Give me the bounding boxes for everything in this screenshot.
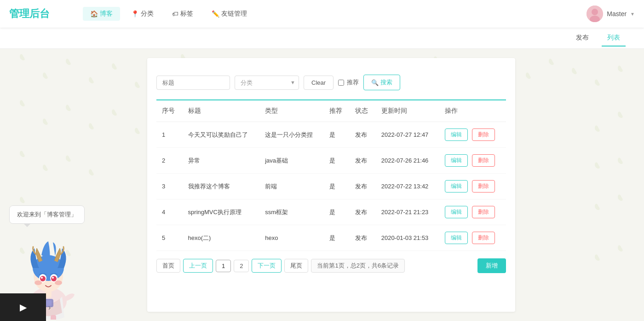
- col-id: 序号: [156, 100, 183, 122]
- page-info: 当前第1页，总2页，共6条记录: [311, 259, 405, 273]
- table-row: 3 我推荐这个博客 前端 是 发布 2022-07-22 13:42 编辑 删除: [156, 174, 506, 199]
- cell-recommend: 是: [324, 122, 350, 148]
- home-icon: 🏠: [90, 10, 98, 18]
- nav-label-blog: 博客: [100, 10, 113, 18]
- cell-actions: 编辑 删除: [439, 225, 506, 251]
- cell-status: 发布: [350, 199, 376, 225]
- edit-icon: ✏️: [212, 10, 219, 18]
- filter-bar: 分类 ▼ Clear 推荐 🔍 搜索: [156, 67, 506, 100]
- table-row: 1 今天又可以奖励自己了 这是一只小分类捏 是 发布 2022-07-27 12…: [156, 122, 506, 148]
- cell-title: 今天又可以奖励自己了: [183, 122, 260, 148]
- cell-title: 异常: [183, 148, 260, 174]
- edit-button[interactable]: 编辑: [445, 180, 468, 193]
- chevron-down-icon: ▼: [630, 12, 635, 17]
- cell-actions: 编辑 删除: [439, 122, 506, 148]
- delete-button[interactable]: 删除: [472, 206, 495, 218]
- svg-point-10: [40, 276, 46, 281]
- data-table: 序号 标题 类型 推荐 状态 更新时间 操作 1 今天又可以奖励自己了 这是一只…: [156, 100, 506, 251]
- tab-list[interactable]: 列表: [602, 30, 626, 47]
- delete-button[interactable]: 删除: [472, 128, 495, 141]
- clear-button[interactable]: Clear: [304, 76, 334, 90]
- cell-id: 2: [156, 148, 183, 174]
- cell-type: 前端: [259, 174, 323, 199]
- edit-button[interactable]: 编辑: [445, 128, 468, 141]
- cell-title: 我推荐这个博客: [183, 174, 260, 199]
- cell-type: java基础: [259, 148, 323, 174]
- main-nav: 🏠 博客 📍 分类 🏷 标签 ✏️ 友链管理: [83, 7, 586, 21]
- cell-id: 5: [156, 225, 183, 251]
- svg-point-1: [592, 9, 598, 15]
- page-2-button[interactable]: 2: [234, 260, 249, 272]
- table-row: 4 springMVC执行原理 ssm框架 是 发布 2022-07-21 21…: [156, 199, 506, 225]
- sub-nav: 发布 列表: [570, 30, 626, 47]
- tab-publish[interactable]: 发布: [570, 30, 594, 47]
- next-page-button[interactable]: 下一页: [252, 259, 282, 273]
- search-button[interactable]: 🔍 搜索: [363, 75, 400, 90]
- nav-label-category: 分类: [141, 10, 154, 18]
- page-1-button[interactable]: 1: [216, 260, 231, 272]
- edit-button[interactable]: 编辑: [445, 154, 468, 167]
- nav-item-blog[interactable]: 🏠 博客: [83, 7, 120, 21]
- cell-recommend: 是: [324, 225, 350, 251]
- nav-item-category[interactable]: 📍 分类: [124, 7, 161, 21]
- nav-item-links[interactable]: ✏️ 友链管理: [204, 7, 254, 21]
- delete-button[interactable]: 删除: [472, 180, 495, 193]
- nav-label-links: 友链管理: [221, 10, 247, 18]
- edit-button[interactable]: 编辑: [445, 232, 468, 244]
- cell-id: 1: [156, 122, 183, 148]
- user-menu[interactable]: Master ▼: [586, 6, 635, 22]
- cell-actions: 编辑 删除: [439, 174, 506, 199]
- cell-status: 发布: [350, 122, 376, 148]
- cell-updated: 2022-07-26 21:46: [376, 148, 439, 174]
- avatar: [586, 6, 603, 22]
- table-body: 1 今天又可以奖励自己了 这是一只小分类捏 是 发布 2022-07-27 12…: [156, 122, 506, 251]
- svg-point-14: [34, 280, 42, 285]
- cell-updated: 2020-01-03 21:53: [376, 225, 439, 251]
- pagination-row: 首页 上一页 1 2 下一页 尾页 当前第1页，总2页，共6条记录 新增: [156, 251, 506, 277]
- cell-status: 发布: [350, 174, 376, 199]
- cell-actions: 编辑 删除: [439, 199, 506, 225]
- svg-point-12: [41, 277, 43, 279]
- speech-bubble: 欢迎来到「博客管理」: [9, 205, 85, 224]
- search-label: 搜索: [380, 78, 392, 87]
- tag-icon: 🏷: [172, 10, 178, 18]
- table-row: 5 hexo(二) hexo 是 发布 2020-01-03 21:53 编辑 …: [156, 225, 506, 251]
- cell-actions: 编辑 删除: [439, 148, 506, 174]
- cell-updated: 2022-07-27 12:47: [376, 122, 439, 148]
- search-icon: 🔍: [371, 79, 379, 86]
- col-status: 状态: [350, 100, 376, 122]
- cell-status: 发布: [350, 225, 376, 251]
- table-row: 2 异常 java基础 是 发布 2022-07-26 21:46 编辑 删除: [156, 148, 506, 174]
- cell-id: 3: [156, 174, 183, 199]
- cell-title: springMVC执行原理: [183, 199, 260, 225]
- user-name: Master: [607, 10, 627, 18]
- title-input[interactable]: [156, 76, 230, 90]
- pagination: 首页 上一页 1 2 下一页 尾页 当前第1页，总2页，共6条记录: [156, 259, 405, 273]
- cell-title: hexo(二): [183, 225, 260, 251]
- recommend-checkbox[interactable]: [338, 80, 344, 86]
- nav-item-tag[interactable]: 🏷 标签: [165, 7, 201, 21]
- expand-arrow[interactable]: ›: [48, 303, 51, 312]
- svg-point-11: [51, 276, 57, 281]
- cell-type: hexo: [259, 225, 323, 251]
- prev-page-button[interactable]: 上一页: [183, 259, 213, 273]
- cell-status: 发布: [350, 148, 376, 174]
- cell-type: 这是一只小分类捏: [259, 122, 323, 148]
- add-button[interactable]: 新增: [477, 258, 506, 273]
- video-strip[interactable]: ▶: [0, 293, 46, 321]
- first-page-button[interactable]: 首页: [156, 259, 180, 273]
- cell-updated: 2022-07-21 21:23: [376, 199, 439, 225]
- category-select[interactable]: 分类: [235, 76, 299, 90]
- cell-recommend: 是: [324, 199, 350, 225]
- logo: 管理后台: [9, 7, 64, 21]
- edit-button[interactable]: 编辑: [445, 206, 468, 218]
- delete-button[interactable]: 删除: [472, 232, 495, 244]
- delete-button[interactable]: 删除: [472, 154, 495, 167]
- table-header: 序号 标题 类型 推荐 状态 更新时间 操作: [156, 100, 506, 122]
- recommend-label[interactable]: 推荐: [338, 78, 359, 87]
- nav-label-tag: 标签: [180, 10, 193, 18]
- last-page-button[interactable]: 尾页: [284, 259, 308, 273]
- svg-rect-5: [51, 315, 56, 320]
- category-select-wrapper: 分类 ▼: [235, 76, 299, 90]
- svg-point-15: [55, 280, 62, 285]
